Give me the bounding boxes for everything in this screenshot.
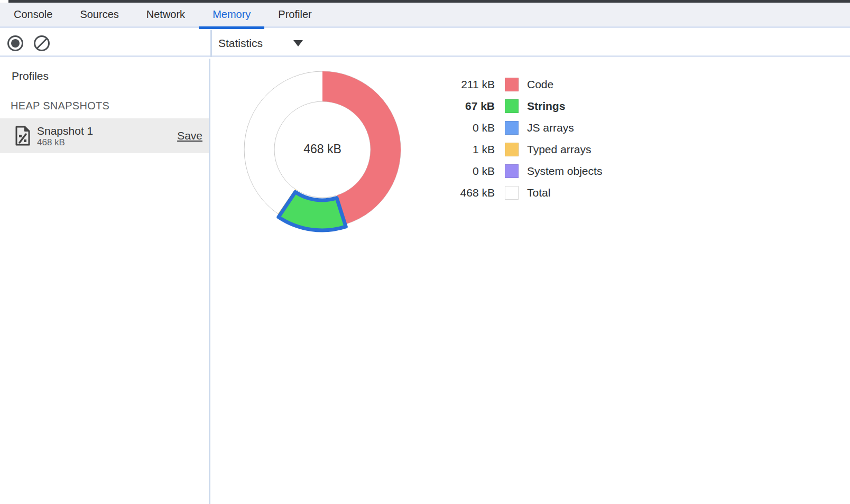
legend-value: 1 kB (455, 143, 495, 156)
tab-profiler[interactable]: Profiler (264, 2, 325, 27)
tab-sources[interactable]: Sources (66, 2, 132, 27)
legend-row-js-arrays: 0 kB JS arrays (455, 117, 602, 138)
tab-memory[interactable]: Memory (199, 2, 264, 27)
legend-row-typed-arrays: 1 kB Typed arrays (455, 138, 602, 160)
legend-label: Strings (527, 100, 565, 113)
code-color-swatch (505, 78, 519, 91)
legend-value: 211 kB (455, 78, 495, 91)
pie-center-total-label: 468 kB (238, 142, 407, 156)
snapshot-text-block: Snapshot 1 468 kB (37, 125, 93, 147)
total-color-swatch (505, 186, 519, 200)
legend-row-code: 211 kB Code (455, 73, 602, 95)
legend-label: Typed arrays (527, 143, 591, 156)
vertical-divider (210, 30, 212, 57)
legend-value: 0 kB (455, 165, 495, 178)
sidebar-item-snapshot-1[interactable]: Snapshot 1 468 kB Save (0, 118, 209, 153)
strings-color-swatch (505, 99, 519, 113)
legend-value: 0 kB (455, 122, 495, 134)
typed-arrays-color-swatch (505, 143, 519, 156)
pie-legend: 211 kB Code 67 kB Strings 0 kB JS arrays… (455, 73, 602, 203)
snapshot-size: 468 kB (37, 137, 93, 147)
legend-value: 67 kB (455, 100, 495, 113)
legend-value: 468 kB (455, 186, 495, 199)
legend-label: Code (527, 78, 553, 91)
tab-network[interactable]: Network (133, 2, 199, 27)
legend-label: JS arrays (527, 122, 574, 134)
legend-label: Total (527, 186, 550, 199)
system-objects-color-swatch (505, 164, 519, 178)
perspective-dropdown[interactable]: Statistics (218, 30, 303, 57)
triangle-down-icon (293, 40, 303, 46)
clear-profiles-icon[interactable] (34, 35, 50, 51)
legend-row-total: 468 kB Total (455, 182, 602, 203)
legend-row-system-objects: 0 kB System objects (455, 160, 602, 182)
heap-snapshots-section-title: HEAP SNAPSHOTS (11, 100, 109, 112)
js-arrays-color-swatch (505, 121, 519, 135)
tab-console[interactable]: Console (0, 2, 66, 27)
perspective-dropdown-label: Statistics (218, 37, 263, 50)
legend-row-strings: 67 kB Strings (455, 95, 602, 117)
devtools-tab-bar: Console Sources Network Memory Profiler (0, 3, 850, 28)
memory-panel-toolbar (0, 30, 850, 57)
profiles-title: Profiles (12, 70, 49, 82)
legend-label: System objects (527, 165, 602, 178)
save-link[interactable]: Save (177, 129, 202, 142)
snapshot-name: Snapshot 1 (37, 125, 93, 137)
heap-snapshot-icon (15, 126, 31, 146)
record-heap-snapshot-icon[interactable] (7, 35, 23, 51)
